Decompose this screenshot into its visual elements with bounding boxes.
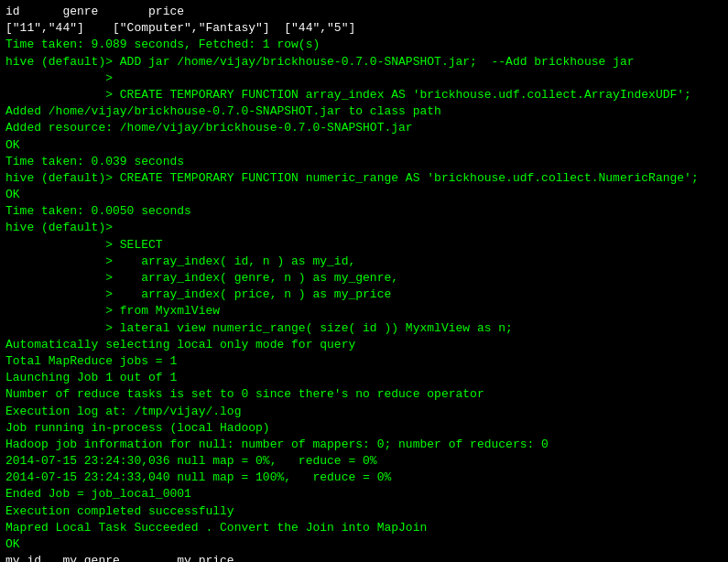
terminal-line: > (5, 71, 113, 85)
terminal-line: 2014-07-15 23:24:33,040 null map = 100%,… (5, 470, 391, 484)
terminal-line: hive (default)> CREATE TEMPORARY FUNCTIO… (5, 171, 699, 185)
terminal-line: id genre price (5, 5, 184, 18)
terminal-line: OK (5, 537, 20, 551)
terminal-line: Added resource: /home/vijay/brickhouse-0… (5, 121, 413, 135)
terminal-line: > SELECT (5, 238, 163, 252)
terminal-line: > from MyxmlView (5, 304, 220, 318)
terminal-line: OK (5, 138, 20, 152)
terminal-line: Ended Job = job_local_0001 (5, 487, 191, 501)
terminal-line: > array_index( price, n ) as my_price (5, 287, 391, 301)
terminal-line: my_id my_genre my_price (5, 554, 234, 562)
terminal-line: Execution log at: /tmp/vijay/.log (5, 405, 241, 418)
terminal-line: OK (5, 188, 20, 201)
terminal-line: > lateral view numeric_range( size( id )… (5, 321, 513, 335)
terminal-line: Job running in-process (local Hadoop) (5, 421, 270, 435)
terminal-line: Launching Job 1 out of 1 (5, 371, 177, 384)
terminal-line: Time taken: 9.089 seconds, Fetched: 1 ro… (5, 38, 320, 51)
terminal-line: Number of reduce tasks is set to 0 since… (5, 387, 484, 401)
terminal-line: > array_index( genre, n ) as my_genre, (5, 271, 398, 285)
terminal-window[interactable]: id genre price ["11","44"] ["Computer","… (0, 0, 728, 562)
terminal-line: Total MapReduce jobs = 1 (5, 354, 177, 368)
terminal-line: hive (default)> (5, 221, 113, 234)
terminal-line: > CREATE TEMPORARY FUNCTION array_index … (5, 88, 691, 102)
terminal-line: Execution completed successfully (5, 504, 234, 518)
terminal-line: > array_index( id, n ) as my_id, (5, 254, 355, 268)
terminal-line: ["11","44"] ["Computer","Fantasy"] ["44"… (5, 21, 355, 35)
terminal-line: hive (default)> ADD jar /home/vijay/bric… (5, 55, 635, 69)
terminal-line: Added /home/vijay/brickhouse-0.7.0-SNAPS… (5, 104, 441, 118)
terminal-line: Mapred Local Task Succeeded . Convert th… (5, 521, 427, 535)
terminal-line: Automatically selecting local only mode … (5, 338, 355, 351)
terminal-line: 2014-07-15 23:24:30,036 null map = 0%, r… (5, 454, 377, 468)
terminal-line: Time taken: 0.039 seconds (5, 155, 184, 168)
terminal-line: Time taken: 0.0050 seconds (5, 204, 191, 218)
terminal-line: Hadoop job information for null: number … (5, 438, 549, 451)
